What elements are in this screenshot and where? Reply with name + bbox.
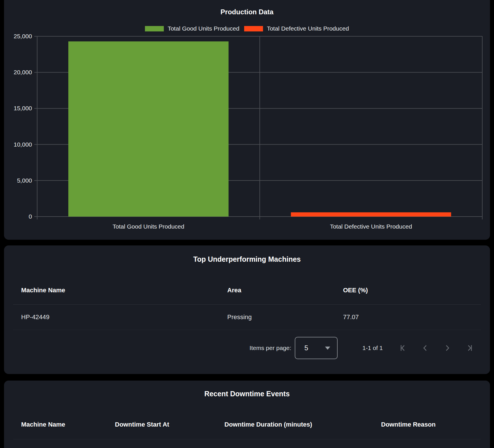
column-header-machine-name: Machine Name (21, 421, 65, 428)
dashboard-page: { "chart_data": { "type": "bar", "title"… (0, 0, 494, 448)
x-axis-category-label: Total Good Units Produced (113, 223, 184, 230)
recent-downtime-events-card: Recent Downtime Events Machine Name Down… (4, 381, 490, 448)
next-page-button[interactable] (441, 341, 454, 355)
column-header-downtime-duration: Downtime Duration (minutes) (224, 421, 312, 428)
card-title: Top Underperforming Machines (4, 255, 490, 263)
paginator-buttons (396, 341, 477, 355)
y-axis-tick-label: 15,000 (14, 105, 32, 111)
header-divider (13, 439, 481, 439)
page-size-select[interactable]: 5 (295, 337, 338, 359)
previous-page-button[interactable] (418, 341, 432, 355)
first-page-icon (399, 344, 407, 352)
underperforming-machines-card: Top Underperforming Machines Machine Nam… (4, 245, 490, 374)
column-header-oee: OEE (%) (343, 287, 368, 294)
production-bar-chart: 05,00010,00015,00020,00025,000Total Good… (4, 0, 490, 240)
y-axis-tick-label: 10,000 (14, 141, 32, 148)
cell-oee: 77.07 (343, 313, 359, 321)
chevron-right-icon (443, 344, 452, 352)
column-header-area: Area (227, 287, 241, 294)
y-axis-tick-label: 25,000 (14, 33, 32, 39)
column-header-downtime-start: Downtime Start At (115, 421, 169, 428)
items-per-page-label: Items per page: (250, 345, 291, 351)
production-data-card: Production Data Total Good Units Produce… (4, 0, 490, 240)
header-divider (13, 304, 481, 305)
paginator: Items per page: 5 1-1 of 1 (250, 337, 477, 359)
column-header-downtime-reason: Downtime Reason (381, 421, 436, 428)
x-axis-category-label: Total Defective Units Produced (330, 223, 412, 230)
y-axis-tick-label: 5,000 (17, 177, 32, 184)
chevron-left-icon (421, 344, 429, 352)
cell-area: Pressing (227, 313, 252, 321)
dropdown-arrow-icon (325, 347, 330, 350)
first-page-button[interactable] (396, 341, 410, 355)
row-divider (13, 330, 481, 330)
column-header-machine-name: Machine Name (21, 287, 65, 294)
paginator-range-label: 1-1 of 1 (362, 345, 383, 351)
y-axis-tick-label: 20,000 (14, 69, 32, 75)
card-title: Recent Downtime Events (4, 390, 490, 398)
cell-machine-name: HP-42449 (21, 313, 49, 321)
last-page-icon (465, 344, 474, 352)
page-size-value: 5 (304, 344, 308, 352)
bar-good-units[interactable] (68, 41, 229, 217)
y-axis-tick-label: 0 (29, 213, 32, 220)
bar-defective-units[interactable] (291, 212, 451, 217)
last-page-button[interactable] (463, 341, 477, 355)
